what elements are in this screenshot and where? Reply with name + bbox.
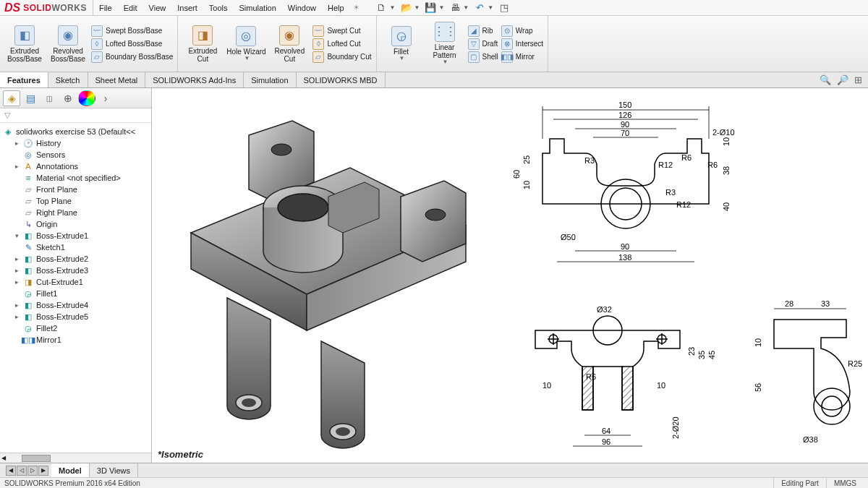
graphics-viewport[interactable]: *Isometric xyxy=(152,88,868,463)
tree-filter[interactable]: ▽ xyxy=(0,108,151,123)
config-tab-icon[interactable]: ⎅ xyxy=(41,90,58,106)
svg-point-60 xyxy=(814,388,850,424)
menu-file[interactable]: File xyxy=(93,1,118,14)
appearance-tab-icon[interactable] xyxy=(78,90,95,106)
tab-mbd[interactable]: SOLIDWORKS MBD xyxy=(297,72,386,87)
tree-fillet1[interactable]: ◶Fillet1 xyxy=(1,288,150,299)
svg-point-61 xyxy=(822,396,842,416)
tab-features[interactable]: Features xyxy=(0,72,48,87)
material-icon: ≡ xyxy=(23,173,33,183)
tree-scrollbar[interactable]: ◀ xyxy=(0,453,151,463)
rib-button[interactable]: ◢Rib xyxy=(468,25,498,37)
isometric-model xyxy=(162,103,473,450)
feature-tree: ◈solidworks exercise 53 (Default<< ▸🕑His… xyxy=(0,123,151,453)
tree-top-plane[interactable]: ▱Top Plane xyxy=(1,195,150,207)
extruded-boss-button[interactable]: ◧Extruded Boss/Base xyxy=(4,25,45,63)
tree-annotations[interactable]: ▸AAnnotations xyxy=(1,160,150,172)
svg-text:10: 10 xyxy=(722,137,731,146)
extrude-icon: ◧ xyxy=(14,25,35,46)
tree-cut-extrude1[interactable]: ▸◨Cut-Extrude1 xyxy=(1,276,150,288)
ribbon: ◧Extruded Boss/Base ◉Revolved Boss/Base … xyxy=(0,16,868,72)
tree-front-plane[interactable]: ▱Front Plane xyxy=(1,184,150,195)
workspace: ◈ ▤ ⎅ ⊕ › ▽ ◈solidworks exercise 53 (Def… xyxy=(0,88,868,463)
property-tab-icon[interactable]: ▤ xyxy=(22,90,39,106)
svg-text:150: 150 xyxy=(618,100,631,109)
tab-nav-buttons[interactable]: ◀◁▷▶ xyxy=(3,463,51,477)
tab-simulation[interactable]: Simulation xyxy=(244,72,296,87)
scroll-left-icon[interactable]: ◀ xyxy=(0,455,7,461)
tab-3d-views[interactable]: 3D Views xyxy=(90,463,138,477)
print-icon[interactable]: 🖶 xyxy=(448,1,461,14)
lofted-cut-button[interactable]: ◊Lofted Cut xyxy=(312,38,371,50)
fillet-button[interactable]: ◶Fillet▼ xyxy=(381,26,422,62)
revolved-cut-button[interactable]: ◉Revolved Cut xyxy=(269,25,310,63)
tab-sketch[interactable]: Sketch xyxy=(48,72,88,87)
svg-text:90: 90 xyxy=(621,120,629,129)
new-icon[interactable]: 🗋 xyxy=(375,1,388,14)
tree-fillet2[interactable]: ◶Fillet2 xyxy=(1,322,150,334)
tab-sheet-metal[interactable]: Sheet Metal xyxy=(88,72,146,87)
view-orient-icon[interactable]: ⊞ xyxy=(854,74,862,85)
tab-model[interactable]: Model xyxy=(51,463,90,477)
boundary-boss-button[interactable]: ▱Boundary Boss/Base xyxy=(91,51,173,63)
zoom-fit-icon[interactable]: 🔍 xyxy=(820,74,831,85)
extrude-feat-icon: ◧ xyxy=(23,265,33,275)
menu-help[interactable]: Help xyxy=(322,1,350,14)
shell-button[interactable]: ▢Shell xyxy=(468,51,498,63)
svg-point-0 xyxy=(271,144,292,155)
linear-pattern-button[interactable]: ⋮⋮Linear Pattern▼ xyxy=(425,22,465,66)
menu-tools[interactable]: Tools xyxy=(203,1,234,14)
svg-text:25: 25 xyxy=(522,155,531,164)
swept-cut-button[interactable]: 〰Swept Cut xyxy=(312,25,371,37)
tree-material[interactable]: ≡Material <not specified> xyxy=(1,172,150,184)
panel-overflow-icon[interactable]: › xyxy=(97,90,114,106)
tree-sketch1[interactable]: ✎Sketch1 xyxy=(1,241,150,253)
hole-wizard-button[interactable]: ◎Hole Wizard▼ xyxy=(226,26,266,62)
tree-boss-extrude3[interactable]: ▸◧Boss-Extrude3 xyxy=(1,265,150,276)
tree-right-plane[interactable]: ▱Right Plane xyxy=(1,207,150,218)
revolved-boss-button[interactable]: ◉Revolved Boss/Base xyxy=(48,25,88,63)
draft-button[interactable]: ▽Draft xyxy=(468,38,498,50)
menu-edit[interactable]: Edit xyxy=(118,1,143,14)
svg-text:R6: R6 xyxy=(707,160,718,169)
extrude-feat-icon: ◧ xyxy=(23,254,33,264)
tree-boss-extrude1[interactable]: ▾◧Boss-Extrude1 xyxy=(1,230,150,241)
hole-wizard-icon: ◎ xyxy=(236,26,256,46)
boundary-cut-button[interactable]: ▱Boundary Cut xyxy=(312,51,371,63)
open-icon[interactable]: 📂 xyxy=(400,1,413,14)
tree-sensors[interactable]: ◎Sensors xyxy=(1,149,150,160)
feature-tree-tab-icon[interactable]: ◈ xyxy=(3,90,20,106)
tree-boss-extrude4[interactable]: ▸◧Boss-Extrude4 xyxy=(1,299,150,311)
svg-text:R6: R6 xyxy=(586,372,596,381)
drawing-overlay: 150 126 90 70 2-Ø10 60 25 10 10 38 40 R3… xyxy=(477,88,868,463)
scroll-thumb[interactable] xyxy=(22,455,51,462)
tree-history[interactable]: ▸🕑History xyxy=(1,137,150,149)
tree-root[interactable]: ◈solidworks exercise 53 (Default<< xyxy=(1,126,150,137)
menu-insert[interactable]: Insert xyxy=(171,1,203,14)
swept-boss-button[interactable]: 〰Swept Boss/Base xyxy=(91,25,173,37)
tree-boss-extrude5[interactable]: ▸◧Boss-Extrude5 xyxy=(1,311,150,322)
save-icon[interactable]: 💾 xyxy=(424,1,437,14)
menu-window[interactable]: Window xyxy=(282,1,322,14)
tree-origin[interactable]: ↳Origin xyxy=(1,218,150,230)
tree-boss-extrude2[interactable]: ▸◧Boss-Extrude2 xyxy=(1,253,150,265)
fillet-feat-icon: ◶ xyxy=(23,323,33,333)
svg-point-7 xyxy=(336,427,350,436)
linear-pattern-icon: ⋮⋮ xyxy=(435,22,455,42)
zoom-area-icon[interactable]: 🔎 xyxy=(837,74,848,85)
rebuild-icon[interactable]: ◳ xyxy=(498,1,511,14)
tab-addins[interactable]: SOLIDWORKS Add-Ins xyxy=(145,72,244,87)
status-units[interactable]: MMGS xyxy=(826,478,864,488)
extruded-cut-button[interactable]: ◨Extruded Cut xyxy=(182,25,223,63)
dimxpert-tab-icon[interactable]: ⊕ xyxy=(59,90,77,106)
wrap-button[interactable]: ⊙Wrap xyxy=(501,25,543,37)
lofted-boss-button[interactable]: ◊Lofted Boss/Base xyxy=(91,38,173,50)
menu-view[interactable]: View xyxy=(143,1,172,14)
menu-simulation[interactable]: Simulation xyxy=(233,1,281,14)
boundary-icon: ▱ xyxy=(91,51,103,63)
menu-pin-icon[interactable]: ✶ xyxy=(350,1,362,14)
mirror-button[interactable]: ◧◨Mirror xyxy=(501,51,543,63)
undo-icon[interactable]: ↶ xyxy=(473,1,486,14)
intersect-button[interactable]: ⊗Intersect xyxy=(501,38,543,50)
tree-mirror1[interactable]: ◧◨Mirror1 xyxy=(1,334,150,346)
